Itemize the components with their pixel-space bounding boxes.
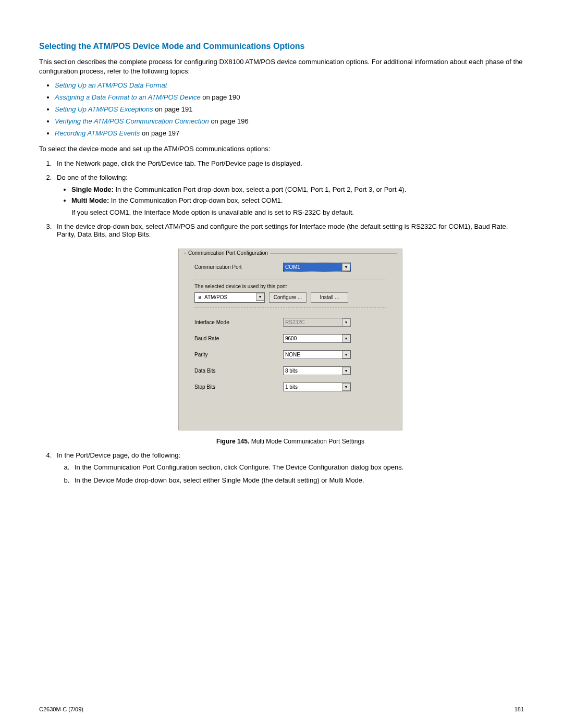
topics-list: Setting Up an ATM/POS Data Format Assign… — [55, 81, 524, 137]
step4a: In the Communication Port Configuration … — [71, 463, 524, 471]
used-by-label: The selected device is used by this port… — [194, 283, 396, 289]
chevron-down-icon: ▼ — [342, 318, 350, 326]
figure-caption: Figure 145. Multi Mode Communication Por… — [178, 438, 402, 445]
topic-suffix: on page 190 — [201, 93, 240, 101]
footer-left: C2630M-C (7/09) — [39, 706, 83, 712]
topic-link[interactable]: Recording ATM/POS Events — [55, 129, 140, 137]
step4b: In the Device Mode drop-down box, select… — [71, 476, 524, 484]
lead-paragraph: To select the device mode and set up the… — [39, 144, 524, 154]
topic-item: Assigning a Data Format to an ATM/POS De… — [55, 93, 524, 101]
step-3: In the device drop-down box, select ATM/… — [54, 223, 524, 445]
baud-rate-label: Baud Rate — [185, 336, 283, 341]
step2-single: Single Mode: In the Communication Port d… — [71, 186, 524, 193]
data-bits-label: Data Bits — [185, 368, 283, 374]
topic-item: Setting Up ATM/POS Exceptions on page 19… — [55, 105, 524, 113]
section-heading: Selecting the ATM/POS Device Mode and Co… — [39, 42, 524, 51]
chevron-down-icon[interactable]: ▼ — [342, 263, 350, 271]
configure-button[interactable]: Configure ... — [269, 292, 307, 303]
comm-port-dropdown[interactable]: COM1 ▼ — [283, 263, 351, 272]
parity-dropdown[interactable]: NONE ▼ — [283, 350, 351, 359]
step4-sublist: In the Communication Port Configuration … — [71, 463, 524, 484]
topic-suffix: on page 191 — [153, 105, 193, 113]
topic-link[interactable]: Setting Up ATM/POS Exceptions — [55, 105, 153, 113]
chevron-down-icon[interactable]: ▼ — [256, 293, 264, 301]
step-1: In the Network page, click the Port/Devi… — [54, 159, 524, 167]
stop-bits-dropdown[interactable]: 1 bits ▼ — [283, 382, 351, 391]
baud-rate-dropdown[interactable]: 9600 ▼ — [283, 334, 351, 343]
topic-link[interactable]: Setting Up an ATM/POS Data Format — [55, 81, 167, 89]
topic-item: Recording ATM/POS Events on page 197 — [55, 129, 524, 137]
topic-suffix: on page 197 — [140, 129, 179, 137]
parity-label: Parity — [185, 352, 283, 357]
step-2: Do one of the following: Single Mode: In… — [54, 174, 524, 216]
device-dropdown[interactable]: 🖥 ATM/POS ▼ — [194, 292, 265, 303]
chevron-down-icon[interactable]: ▼ — [342, 367, 350, 375]
page-footer: C2630M-C (7/09) 181 — [39, 706, 524, 712]
topic-item: Verifying the ATM/POS Communication Conn… — [55, 117, 524, 125]
steps-list: In the Network page, click the Port/Devi… — [54, 159, 524, 484]
footer-page-number: 181 — [515, 706, 524, 712]
interface-mode-label: Interface Mode — [185, 319, 283, 325]
comm-port-label: Communication Port — [185, 264, 283, 270]
chevron-down-icon[interactable]: ▼ — [342, 383, 350, 391]
topic-suffix: on page 196 — [209, 117, 249, 125]
topic-link[interactable]: Assigning a Data Format to an ATM/POS De… — [55, 93, 201, 101]
topic-link[interactable]: Verifying the ATM/POS Communication Conn… — [55, 117, 209, 125]
group-title: Communication Port Configuration — [186, 250, 270, 256]
data-bits-dropdown[interactable]: 8 bits ▼ — [283, 366, 351, 375]
chevron-down-icon[interactable]: ▼ — [342, 335, 350, 342]
step-4: In the Port/Device page, do the followin… — [54, 451, 524, 484]
stop-bits-label: Stop Bits — [185, 384, 283, 390]
chevron-down-icon[interactable]: ▼ — [342, 351, 350, 359]
comm-port-config-panel: Communication Port Configuration Communi… — [178, 249, 402, 430]
interface-mode-dropdown: RS232C ▼ — [283, 318, 351, 327]
install-button[interactable]: Install ... — [311, 292, 348, 303]
step2-sublist: Single Mode: In the Communication Port d… — [71, 186, 524, 204]
intro-paragraph: This section describes the complete proc… — [39, 57, 524, 76]
step2-multi: Multi Mode: In the Communication Port dr… — [71, 196, 524, 204]
monitor-icon: 🖥 — [197, 294, 203, 301]
topic-item: Setting Up an ATM/POS Data Format — [55, 81, 524, 89]
step2-note: If you select COM1, the Interface Mode o… — [71, 208, 524, 216]
